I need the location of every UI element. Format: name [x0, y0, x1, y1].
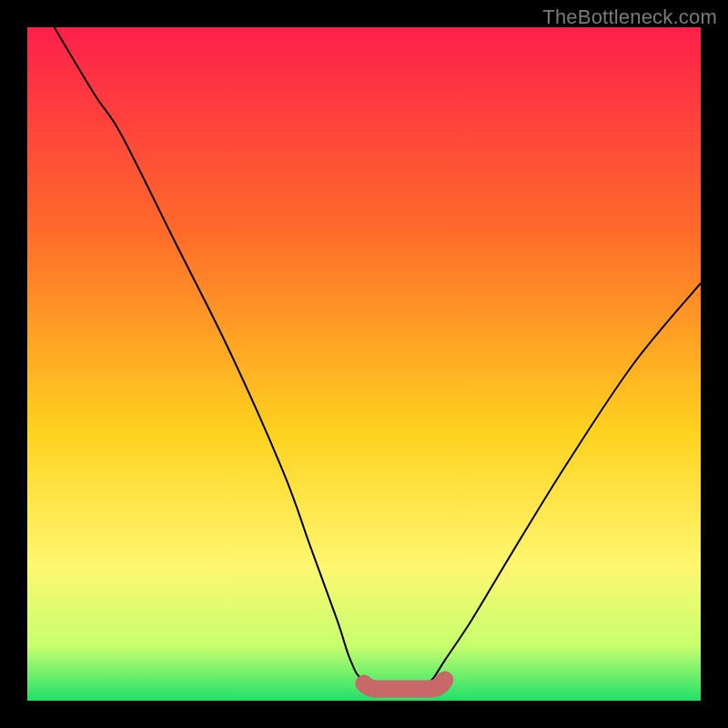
chart-bottom-bar	[364, 680, 445, 689]
chart-gradient-bg	[27, 27, 701, 701]
chart-plot-area	[27, 27, 701, 701]
watermark-text: TheBottleneck.com	[542, 5, 717, 29]
chart-svg	[27, 27, 701, 701]
chart-frame: TheBottleneck.com	[0, 0, 728, 728]
